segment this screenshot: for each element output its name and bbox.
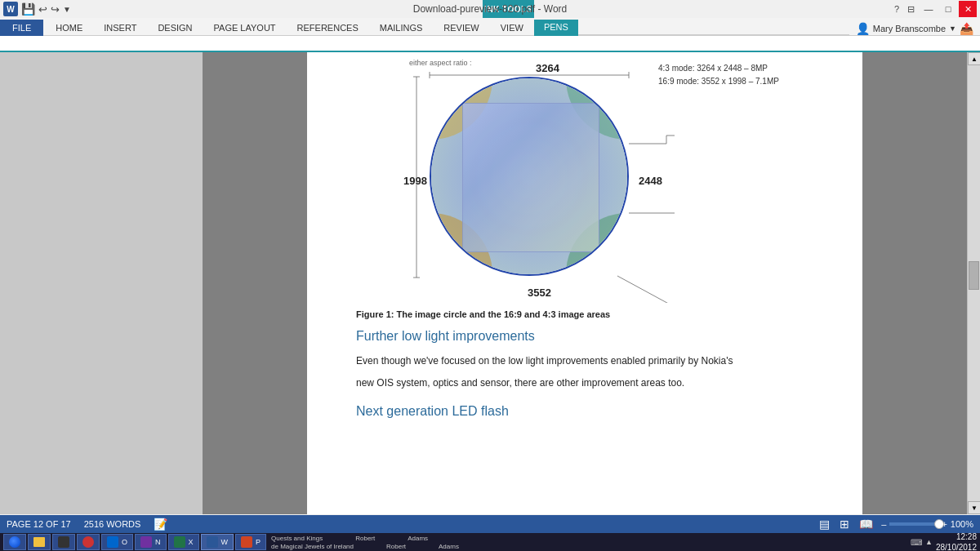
ribbon-content [0,36,980,52]
status-right: ▤ ⊞ 📖 – + 100% [817,518,973,531]
view-read-icon[interactable]: 📖 [858,518,875,531]
zoom-minus-button[interactable]: – [881,519,886,529]
onenote-label: N [155,538,161,546]
figure-caption: Figure 1: The image circle and the 16:9 … [356,309,813,319]
section-led: Next generation LED flash [356,404,813,419]
para1: Even though we've focused on the low lig… [356,353,813,369]
system-tray-keyboard: ⌨ [911,538,922,547]
minimize-button[interactable]: — [920,1,938,17]
scroll-thumb[interactable] [969,261,979,290]
left-panel [0,52,203,514]
document-page: either aspect ratio : 3264 [307,52,862,514]
taskbar-right: ⌨ ▲ 12:28 28/10/2012 [911,531,977,551]
excel-label: X [189,538,194,546]
dim-top-label: 3264 [536,62,559,74]
quick-access-toolbar: W 💾 ↩ ↪ ▼ [0,2,71,16]
scroll-track[interactable] [968,65,980,501]
word-app-icon: W [3,2,18,16]
excel-icon [174,536,185,548]
help-button[interactable]: ? [891,4,902,14]
system-tray-up[interactable]: ▲ [925,538,933,546]
taskbar-apps[interactable] [77,534,100,550]
ppt-icon [241,536,252,548]
taskbar-media[interactable] [52,534,75,550]
sensor-circle [430,77,629,276]
tab-pens[interactable]: PENS [534,20,578,36]
svg-line-4 [617,276,675,303]
section-further: Further low light improvements Even thou… [356,329,813,391]
tab-review[interactable]: REVIEW [433,20,489,36]
media-icon [58,536,69,548]
tab-references[interactable]: REFERENCES [287,20,369,36]
document-title: Download-pureview-820.pdf - Word [413,3,568,15]
diagram-area: 3264 [356,62,813,303]
tab-insert[interactable]: INSERT [93,20,147,36]
user-dropdown-icon[interactable]: ▼ [949,24,956,33]
ribbon-collapse-icon[interactable]: ⊟ [904,4,918,15]
word-label: W [221,538,229,546]
scroll-down-button[interactable]: ▼ [968,501,980,514]
save-icon[interactable]: 💾 [21,2,35,16]
vertical-scrollbar[interactable]: ▲ ▼ [967,52,980,514]
tab-home[interactable]: HOME [45,20,93,36]
window-controls: ? ⊟ — □ ✕ [891,1,980,17]
taskbar-ie[interactable] [3,534,26,550]
para2: new OIS system, optics and sensor, there… [356,375,813,391]
tab-file[interactable]: FILE [0,20,43,36]
ie-icon [9,536,20,548]
tab-view[interactable]: VIEW [490,20,534,36]
page-number: PAGE 12 OF 17 [7,519,71,529]
dim-bottom-label: 3552 [528,287,551,299]
zoom-level: 100% [951,519,973,529]
view-print-icon[interactable]: ▤ [817,518,831,531]
proofread-icon[interactable]: 📝 [154,518,167,531]
maximize-button[interactable]: □ [939,1,957,17]
apps-icon [82,536,94,548]
open-doc-row2: de Magical Jewels of Ireland Robert Adam… [271,543,459,550]
outlook-label: O [122,538,127,546]
document-wrapper: either aspect ratio : 3264 [203,52,967,514]
open-docs: Quests and Kings Robert Adams de Magical… [271,535,459,550]
outlook-icon [107,536,118,548]
word-icon [207,536,218,548]
user-avatar-icon: 👤 [856,22,870,35]
taskbar-outlook[interactable]: O [101,534,133,550]
tab-design[interactable]: DESIGN [147,20,203,36]
tab-page-layout[interactable]: PAGE LAYOUT [203,20,287,36]
taskbar-word[interactable]: W [201,534,234,550]
taskbar-onenote[interactable]: N [135,534,167,550]
title-bar: W 💾 ↩ ↪ ▼ INK TOOLS Download-pureview-82… [0,0,980,18]
redo-icon[interactable]: ↪ [51,3,60,16]
dim-left-label: 1998 [403,175,427,187]
user-info: 👤 Mary Branscombe ▼ 📤 [849,22,980,35]
figure-container: 3264 [356,62,813,319]
view-web-icon[interactable]: ⊞ [838,518,851,531]
main-content: either aspect ratio : 3264 [0,52,980,514]
folder-icon [33,537,45,547]
taskbar: O N X W P Quests and Kings Robert Adams … [0,533,980,551]
clock: 12:28 28/10/2012 [936,531,977,551]
taskbar-excel[interactable]: X [168,534,199,550]
statusbar: PAGE 12 OF 17 2516 WORDS 📝 ▤ ⊞ 📖 – + 100… [0,515,980,533]
heading-further: Further low light improvements [356,329,813,344]
open-doc-row1: Quests and Kings Robert Adams [271,535,459,542]
heading-led: Next generation LED flash [356,404,813,419]
share-icon: 📤 [960,22,973,35]
dim-right-label: 2448 [639,175,662,187]
taskbar-folder[interactable] [28,534,51,550]
tab-mailings[interactable]: MAILINGS [369,20,434,36]
user-name: Mary Branscombe [873,24,946,33]
customize-icon[interactable]: ▼ [63,5,71,14]
taskbar-powerpoint[interactable]: P [235,534,266,550]
top-specs: 4:3 mode: 3264 x 2448 – 8MP 16:9 mode: 3… [658,62,779,88]
ppt-label: P [256,538,261,546]
ribbon-tabs: FILE HOME INSERT DESIGN PAGE LAYOUT REFE… [0,18,980,36]
scroll-up-button[interactable]: ▲ [968,52,980,65]
word-count: 2516 WORDS [84,519,141,529]
undo-icon[interactable]: ↩ [38,3,47,16]
onenote-icon [140,536,152,548]
close-button[interactable]: ✕ [959,1,977,17]
zoom-control: – + 100% [881,519,973,529]
